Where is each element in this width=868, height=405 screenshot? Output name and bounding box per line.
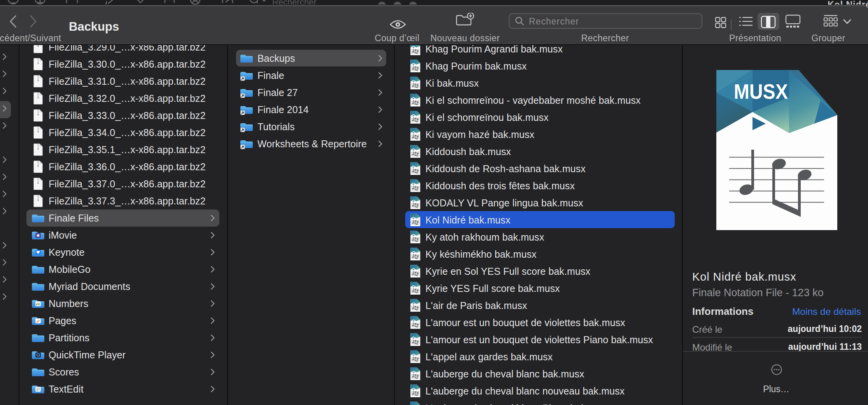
svg-text:MUSX: MUSX (734, 80, 788, 103)
